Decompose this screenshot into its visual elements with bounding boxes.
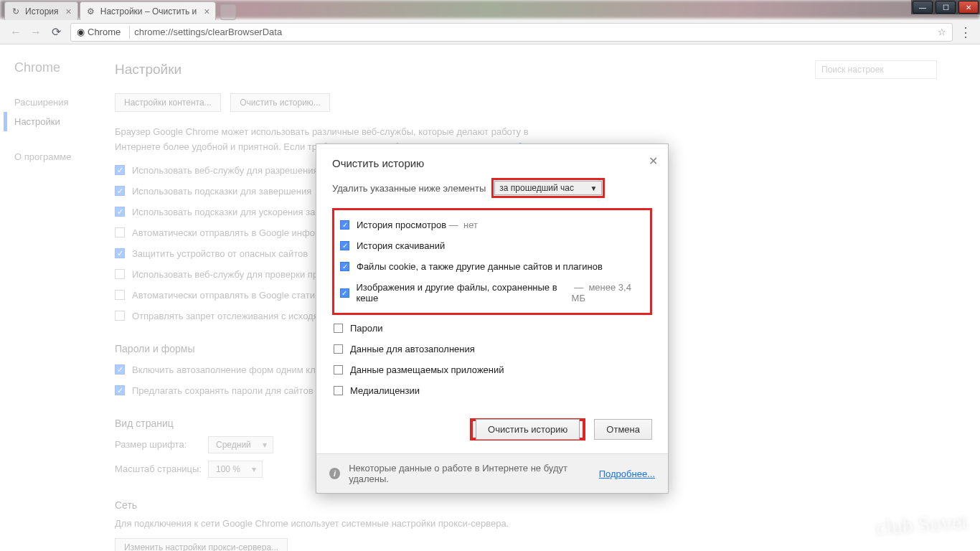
- tab-settings[interactable]: ⚙ Настройки – Очистить и ×: [80, 1, 217, 20]
- sidebar-item-about[interactable]: О программе: [14, 147, 115, 166]
- dialog-close-button[interactable]: ✕: [649, 154, 658, 168]
- checkbox[interactable]: [115, 311, 125, 321]
- page-zoom-select[interactable]: 100 %: [208, 461, 263, 478]
- time-range-highlight: за прошедший час ▼: [491, 178, 605, 198]
- clear-option-row[interactable]: ✓История скачиваний: [339, 235, 646, 256]
- checkbox-label: Автоматически отправлять в Google стати: [132, 290, 315, 301]
- page-title: Настройки Поиск настроек: [115, 60, 937, 79]
- sidebar-title: Chrome: [14, 60, 115, 75]
- sidebar-item-extensions[interactable]: Расширения: [14, 93, 115, 112]
- checkbox-label: Использовать веб-службу для проверки пр: [132, 269, 318, 280]
- clear-button[interactable]: Очистить историю: [476, 419, 580, 440]
- checkbox[interactable]: [334, 386, 343, 395]
- dialog-header: Очистить историю ✕: [316, 144, 668, 178]
- option-sub: — нет: [446, 220, 478, 230]
- option-label: Пароли: [350, 323, 383, 334]
- clear-option-row[interactable]: Данные для автозаполнения: [332, 339, 652, 359]
- checkbox[interactable]: [115, 269, 125, 279]
- tab-close-icon[interactable]: ×: [204, 6, 209, 17]
- checkbox[interactable]: ✓: [115, 186, 125, 196]
- chevron-down-icon: ▼: [590, 184, 597, 192]
- clear-browsing-data-dialog: Очистить историю ✕ Удалить указанные ниж…: [316, 143, 669, 494]
- clear-option-row[interactable]: ✓История просмотров — нет: [339, 215, 646, 235]
- time-range-value: за прошедший час: [499, 183, 574, 193]
- checkbox-label: Автоматически отправлять в Google инфор: [132, 227, 320, 238]
- network-description: Для подключения к сети Google Chrome исп…: [115, 517, 560, 532]
- checkbox[interactable]: ✓: [115, 364, 125, 375]
- separator: [129, 26, 130, 39]
- omnibox[interactable]: ◉ Chrome chrome://settings/clearBrowserD…: [70, 23, 953, 42]
- bookmark-star-icon[interactable]: ☆: [938, 27, 946, 37]
- checkbox-label: Использовать веб-службу для разрешения: [132, 165, 318, 176]
- option-label: Медиалицензии: [350, 385, 420, 396]
- checkbox[interactable]: ✓: [340, 262, 349, 271]
- clear-option-row[interactable]: Данные размещаемых приложений: [332, 359, 652, 380]
- option-label: Изображения и другие файлы, сохраненные …: [357, 282, 572, 303]
- checkbox[interactable]: ✓: [115, 248, 125, 258]
- checkbox[interactable]: ✓: [115, 207, 125, 217]
- checkbox-label: Защитить устройство от опасных сайтов: [132, 248, 308, 259]
- dialog-prompt: Удалить указанные ниже элементы: [332, 183, 486, 194]
- checkbox[interactable]: [115, 290, 125, 300]
- tab-close-icon[interactable]: ×: [66, 6, 72, 17]
- checkbox-label: Использовать подсказки для завершения: [132, 186, 311, 197]
- dialog-title: Очистить историю: [332, 157, 424, 169]
- checkbox-label: Использовать подсказки для ускорения за: [132, 207, 315, 217]
- footer-text: Некоторые данные о работе в Интернете не…: [349, 463, 596, 484]
- content-settings-button[interactable]: Настройки контента...: [115, 93, 221, 112]
- settings-search-input[interactable]: Поиск настроек: [815, 60, 937, 79]
- new-tab-button[interactable]: [220, 4, 236, 20]
- checkbox[interactable]: [334, 324, 343, 333]
- font-size-label: Размер шрифта:: [115, 439, 208, 450]
- os-window-controls: — ☐ ✕: [911, 0, 980, 14]
- checkbox[interactable]: ✓: [340, 220, 349, 230]
- history-icon: ↻: [11, 6, 21, 17]
- option-label: Файлы cookie, а также другие данные сайт…: [357, 261, 603, 272]
- address-bar: ← → ⟳ ◉ Chrome chrome://settings/clearBr…: [0, 20, 980, 44]
- reload-button[interactable]: ⟳: [47, 24, 65, 41]
- dialog-footer: i Некоторые данные о работе в Интернете …: [316, 453, 668, 493]
- clear-history-button[interactable]: Очистить историю...: [230, 93, 330, 112]
- back-button[interactable]: ←: [7, 24, 24, 41]
- page-zoom-label: Масштаб страницы:: [115, 463, 208, 474]
- section-network: Сеть: [115, 499, 937, 511]
- checkbox[interactable]: ✓: [340, 288, 349, 298]
- checkbox-label: Включить автозаполнение форм одним кл: [132, 364, 316, 375]
- checkbox-label: Отправлять запрет отслеживания с исходя: [132, 311, 319, 321]
- clear-option-row[interactable]: ✓Изображения и другие файлы, сохраненные…: [339, 277, 646, 309]
- tab-history[interactable]: ↻ История ×: [4, 1, 78, 20]
- checkbox[interactable]: ✓: [115, 385, 125, 395]
- os-close-button[interactable]: ✕: [958, 1, 979, 14]
- info-icon: i: [329, 468, 340, 479]
- os-maximize-button[interactable]: ☐: [936, 1, 956, 14]
- footer-learn-more-link[interactable]: Подробнее...: [599, 468, 655, 479]
- page-title-text: Настройки: [115, 62, 182, 77]
- checkbox[interactable]: ✓: [340, 241, 349, 250]
- time-range-select[interactable]: за прошедший час ▼: [494, 181, 602, 195]
- sidebar-item-settings[interactable]: Настройки: [4, 112, 115, 131]
- clear-option-row[interactable]: Медиалицензии: [332, 380, 652, 401]
- settings-sidebar: Chrome Расширения Настройки О программе: [14, 60, 115, 551]
- option-label: История скачиваний: [357, 240, 445, 251]
- os-minimize-button[interactable]: —: [913, 1, 933, 14]
- gear-icon: ⚙: [86, 6, 96, 17]
- forward-button[interactable]: →: [27, 24, 44, 41]
- cancel-button[interactable]: Отмена: [594, 419, 652, 440]
- clear-option-row[interactable]: Пароли: [332, 318, 652, 339]
- scheme-label: Chrome: [88, 27, 121, 37]
- checkbox[interactable]: [334, 365, 343, 375]
- checkbox-label: Предлагать сохранять пароли для сайтов Н: [132, 385, 323, 396]
- option-label: Данные размещаемых приложений: [350, 364, 504, 375]
- tab-title: Настройки – Очистить и: [100, 6, 197, 17]
- url-text: chrome://settings/clearBrowserData: [134, 27, 282, 37]
- options-highlight: ✓История просмотров — нет✓История скачив…: [332, 208, 652, 315]
- proxy-settings-button[interactable]: Изменить настройки прокси-сервера...: [115, 538, 288, 551]
- checkbox[interactable]: ✓: [115, 165, 125, 175]
- dialog-actions: Очистить историю Отмена: [316, 414, 668, 453]
- font-size-select[interactable]: Средний: [208, 436, 273, 453]
- option-sub: — менее 3,4 МБ: [572, 282, 644, 303]
- clear-option-row[interactable]: ✓Файлы cookie, а также другие данные сай…: [339, 256, 646, 277]
- menu-button[interactable]: ⋮: [957, 24, 974, 40]
- checkbox[interactable]: [334, 344, 343, 354]
- checkbox[interactable]: [115, 227, 125, 237]
